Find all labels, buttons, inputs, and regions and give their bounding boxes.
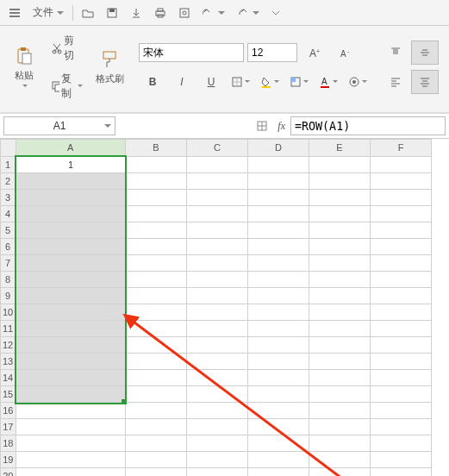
effects-button[interactable] (344, 70, 371, 94)
file-menu[interactable]: 文件 (29, 3, 67, 22)
cell[interactable] (126, 386, 187, 403)
cell[interactable] (187, 321, 248, 337)
cell[interactable] (371, 255, 432, 272)
cell[interactable] (371, 288, 432, 304)
bold-button[interactable]: B (139, 70, 166, 94)
cell[interactable] (187, 206, 248, 222)
cell[interactable] (187, 337, 248, 354)
row-header[interactable]: 7 (1, 255, 16, 272)
row-header[interactable]: 13 (1, 354, 16, 370)
cell[interactable] (248, 321, 309, 337)
cell[interactable] (126, 403, 187, 419)
print-preview-icon[interactable] (175, 5, 194, 21)
cell[interactable] (126, 337, 187, 354)
grid[interactable]: A B C D E F 1123456789101112131415161718… (0, 139, 432, 476)
cell[interactable] (187, 222, 248, 239)
align-top-icon[interactable] (382, 41, 409, 65)
cell[interactable] (309, 337, 371, 354)
cell[interactable] (309, 304, 371, 321)
row-header[interactable]: 1 (1, 156, 16, 173)
cell[interactable] (309, 419, 371, 435)
cell[interactable] (126, 239, 187, 255)
cell[interactable] (126, 255, 187, 272)
row-header[interactable]: 11 (1, 321, 16, 337)
row-header[interactable]: 17 (1, 419, 16, 435)
cell[interactable] (248, 239, 309, 255)
cell[interactable] (371, 222, 432, 239)
row-header[interactable]: 4 (1, 206, 16, 222)
cell[interactable] (371, 156, 432, 173)
row-header[interactable]: 18 (1, 435, 16, 452)
cell[interactable] (16, 354, 126, 370)
cell[interactable] (371, 206, 432, 222)
decrease-font-icon[interactable]: A- (332, 41, 359, 65)
cell[interactable] (248, 337, 309, 354)
cell[interactable] (248, 386, 309, 403)
redo-button[interactable] (234, 5, 263, 21)
cell[interactable] (371, 370, 432, 386)
row-header[interactable]: 5 (1, 222, 16, 239)
name-box[interactable]: A1 (3, 116, 115, 135)
cell[interactable] (126, 354, 187, 370)
row-header[interactable]: 19 (1, 452, 16, 468)
col-header-e[interactable]: E (309, 140, 371, 157)
cell[interactable] (248, 403, 309, 419)
cell[interactable] (126, 304, 187, 321)
cell[interactable] (187, 354, 248, 370)
open-icon[interactable] (78, 5, 97, 21)
cell[interactable] (371, 304, 432, 321)
row-header[interactable]: 6 (1, 239, 16, 255)
row-header[interactable]: 10 (1, 304, 16, 321)
align-bottom-icon[interactable] (440, 41, 449, 65)
export-icon[interactable] (127, 5, 146, 21)
cell[interactable] (126, 156, 187, 173)
cell[interactable] (309, 321, 371, 337)
cell-style-button[interactable] (285, 70, 313, 94)
paste-button[interactable]: 粘贴 (5, 44, 43, 91)
row-header[interactable]: 8 (1, 272, 16, 288)
cell[interactable] (16, 304, 126, 321)
cell[interactable] (16, 435, 126, 452)
cell[interactable] (16, 419, 126, 435)
cell[interactable] (371, 337, 432, 354)
cell[interactable] (16, 239, 126, 255)
formula-input[interactable] (290, 116, 446, 135)
row-header[interactable]: 12 (1, 337, 16, 354)
cell[interactable] (187, 156, 248, 173)
cell[interactable] (309, 468, 371, 477)
cell[interactable] (16, 255, 126, 272)
cell[interactable] (371, 403, 432, 419)
row-header[interactable]: 20 (1, 468, 16, 477)
cell[interactable] (248, 419, 309, 435)
increase-font-icon[interactable]: A+ (301, 41, 328, 65)
cell[interactable] (187, 239, 248, 255)
cell[interactable] (309, 206, 371, 222)
cell[interactable] (371, 321, 432, 337)
cell[interactable] (126, 190, 187, 206)
cell[interactable] (371, 272, 432, 288)
cell[interactable] (248, 272, 309, 288)
underline-button[interactable]: U (197, 70, 225, 94)
align-center-icon[interactable] (411, 70, 439, 94)
cell[interactable] (16, 452, 126, 468)
cell[interactable] (126, 435, 187, 452)
cell[interactable] (126, 206, 187, 222)
menu-icon[interactable] (5, 5, 24, 21)
row-header[interactable]: 16 (1, 403, 16, 419)
cell[interactable] (309, 272, 371, 288)
copy-button[interactable]: 复制 (47, 69, 87, 103)
font-color-button[interactable]: A (315, 70, 342, 94)
cell[interactable] (309, 386, 371, 403)
cell[interactable] (187, 255, 248, 272)
col-header-a[interactable]: A (16, 140, 126, 157)
cell[interactable] (126, 173, 187, 190)
align-left-icon[interactable] (382, 70, 409, 94)
cell[interactable] (371, 468, 432, 477)
align-right-icon[interactable] (440, 70, 449, 94)
cell[interactable] (248, 255, 309, 272)
cell[interactable] (248, 304, 309, 321)
cell[interactable] (187, 190, 248, 206)
cell[interactable] (248, 156, 309, 173)
save-icon[interactable] (103, 5, 122, 21)
align-middle-icon[interactable] (411, 41, 439, 65)
